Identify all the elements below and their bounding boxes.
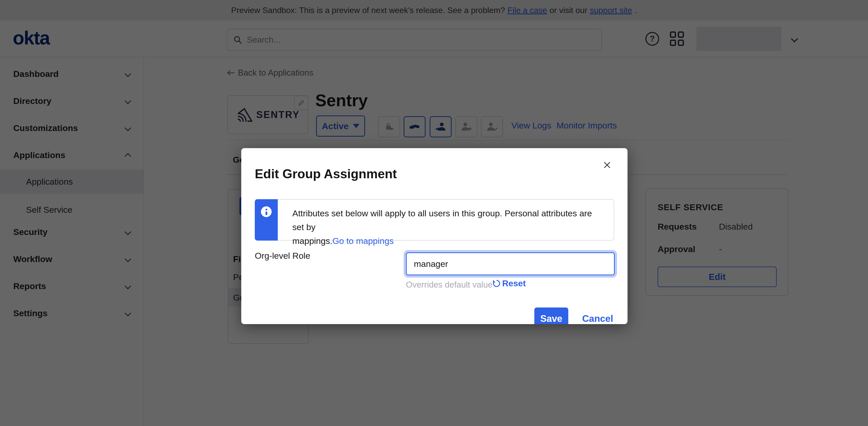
close-icon[interactable] <box>601 159 613 171</box>
overrides-helper-text: Overrides default value <box>406 280 493 290</box>
org-level-role-input[interactable] <box>406 252 615 275</box>
save-button[interactable]: Save <box>534 307 568 324</box>
cancel-button[interactable]: Cancel <box>577 307 618 324</box>
org-level-role-label: Org-level Role <box>255 251 310 261</box>
reset-icon <box>492 279 501 288</box>
edit-group-assignment-modal: Edit Group Assignment Attributes set bel… <box>241 148 627 324</box>
info-text: Attributes set below will apply to all u… <box>292 206 604 248</box>
info-callout: Attributes set below will apply to all u… <box>255 199 614 241</box>
reset-link[interactable]: Reset <box>492 278 526 288</box>
modal-title: Edit Group Assignment <box>255 166 397 181</box>
info-stripe <box>255 199 278 241</box>
okta-admin-page: Preview Sandbox: This is a preview of ne… <box>0 0 868 426</box>
info-icon <box>261 206 272 217</box>
go-to-mappings-link[interactable]: Go to mappings <box>332 236 394 246</box>
